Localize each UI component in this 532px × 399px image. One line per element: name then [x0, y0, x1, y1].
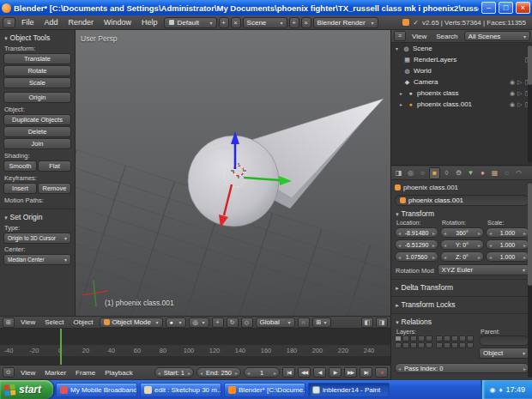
- delete-button[interactable]: Delete: [3, 126, 71, 137]
- render-opengl-anim-button[interactable]: ◨: [376, 317, 388, 328]
- manipulator-scale-icon[interactable]: ◇: [241, 317, 253, 328]
- outliner-filter-dropdown[interactable]: All Scenes: [464, 31, 530, 41]
- layer-cell[interactable]: [410, 342, 417, 348]
- layer-cell[interactable]: [444, 336, 450, 342]
- select-toggle-icon[interactable]: ▷: [517, 90, 522, 97]
- layer-cell[interactable]: [395, 336, 402, 342]
- scale-button[interactable]: Scale: [3, 77, 71, 88]
- menu-help[interactable]: Help: [137, 18, 162, 27]
- transform-locks-panel-header[interactable]: Transform Locks: [395, 299, 529, 310]
- layer-cell[interactable]: [402, 336, 409, 342]
- scene-selector[interactable]: Scene: [243, 17, 287, 28]
- join-button[interactable]: Join: [3, 138, 71, 149]
- outliner-item-renderlayers[interactable]: ▦ RenderLayers ◨: [391, 54, 532, 65]
- taskbar-item-blender[interactable]: Blender* [C:\Docume...: [224, 383, 305, 397]
- info-editor-icon[interactable]: ≡: [3, 17, 15, 28]
- layer-cell[interactable]: [418, 342, 425, 348]
- remove-scene-button[interactable]: ×: [301, 17, 311, 28]
- timeline-view-menu[interactable]: View: [17, 369, 39, 377]
- outliner-item-phoenix-class[interactable]: ▸ ● phoenix class ◉ ▷ ◨: [391, 88, 532, 99]
- parent-field[interactable]: [479, 336, 529, 346]
- add-layout-button[interactable]: +: [219, 17, 229, 28]
- current-frame-indicator[interactable]: [60, 329, 62, 365]
- timeline-ruler[interactable]: -40 -20 0 20 40 60 80 100 120 140 160 18…: [0, 329, 390, 365]
- pass-index-field[interactable]: Pass Index: 0: [395, 363, 529, 373]
- tab-particles[interactable]: ◌: [501, 167, 512, 179]
- location-z-field[interactable]: 1.07560: [395, 251, 438, 262]
- object-tools-panel-header[interactable]: Object Tools: [3, 33, 71, 43]
- layer-cell[interactable]: [444, 342, 450, 348]
- menu-render[interactable]: Render: [64, 18, 99, 27]
- properties-scrollbar[interactable]: [528, 182, 532, 378]
- start-button[interactable]: start: [0, 380, 53, 399]
- tab-object-data[interactable]: ▼: [465, 167, 476, 179]
- menu-file[interactable]: File: [17, 18, 39, 27]
- outliner-editor-icon[interactable]: ≡: [394, 31, 406, 41]
- tab-constraints[interactable]: ◊: [441, 167, 452, 179]
- select-toggle-icon[interactable]: ▷: [517, 101, 522, 108]
- duplicate-objects-button[interactable]: Duplicate Objects: [3, 114, 71, 125]
- timeline-marker-menu[interactable]: Marker: [41, 369, 70, 377]
- layer-cell[interactable]: [451, 336, 458, 342]
- record-button[interactable]: ●: [375, 367, 388, 378]
- layer-cell[interactable]: [410, 336, 417, 342]
- expander-icon[interactable]: ▾: [394, 45, 400, 51]
- tab-physics[interactable]: ◠: [513, 167, 524, 179]
- eye-toggle-icon[interactable]: ◉: [510, 90, 515, 97]
- remove-keyframe-button[interactable]: Remove: [38, 183, 71, 194]
- timeline-frame-menu[interactable]: Frame: [72, 369, 99, 377]
- view3d-editor-icon[interactable]: ⊞: [3, 317, 15, 328]
- next-keyframe-button[interactable]: ▶▶: [344, 367, 357, 378]
- timeline-editor-icon[interactable]: ⊙: [3, 367, 15, 378]
- object-menu[interactable]: Object: [70, 318, 96, 326]
- taskbar-item-sketchup[interactable]: edit : Sketchup 30 m...: [140, 383, 221, 397]
- tab-scene[interactable]: ◎: [405, 167, 416, 179]
- tab-world[interactable]: ○: [417, 167, 428, 179]
- layer-cell[interactable]: [459, 336, 466, 342]
- eye-toggle-icon[interactable]: ◉: [510, 79, 515, 86]
- object-name-field[interactable]: phoenix class.001: [395, 195, 529, 206]
- origin-button[interactable]: Origin: [3, 92, 71, 103]
- smooth-button[interactable]: Smooth: [3, 160, 37, 172]
- tab-material[interactable]: ●: [477, 167, 488, 179]
- tab-object[interactable]: ■: [429, 167, 440, 179]
- layer-cell[interactable]: [436, 336, 443, 342]
- mode-dropdown[interactable]: Object Mode: [100, 317, 163, 328]
- prev-keyframe-button[interactable]: ◀◀: [298, 367, 311, 378]
- scale-z-field[interactable]: 1.000: [486, 251, 529, 262]
- viewport-canvas[interactable]: [76, 30, 390, 316]
- set-origin-panel-header[interactable]: Set Origin: [3, 212, 71, 222]
- scale-x-field[interactable]: 1.000: [486, 227, 529, 238]
- tab-render[interactable]: ◨: [393, 167, 404, 179]
- orientation-dropdown[interactable]: Global: [256, 317, 295, 328]
- rotation-x-field[interactable]: 360°: [440, 227, 484, 238]
- maximize-button[interactable]: □: [499, 2, 513, 14]
- view-menu[interactable]: View: [17, 318, 39, 326]
- tray-status-icon[interactable]: ◉: [489, 386, 495, 394]
- outliner-view-menu[interactable]: View: [408, 33, 430, 40]
- origin-type-dropdown[interactable]: Origin to 3D Cursor: [3, 233, 71, 244]
- expander-icon[interactable]: ▸: [398, 90, 404, 96]
- snap-magnet-icon[interactable]: ∩: [298, 317, 310, 328]
- timeline-playback-menu[interactable]: Playback: [101, 369, 136, 377]
- layer-cell[interactable]: [426, 342, 432, 348]
- menu-add[interactable]: Add: [40, 18, 63, 27]
- rotation-z-field[interactable]: Z: 0°: [440, 251, 484, 262]
- current-frame-field[interactable]: 1: [244, 367, 280, 378]
- flat-button[interactable]: Flat: [38, 160, 71, 172]
- insert-keyframe-button[interactable]: Insert: [3, 183, 37, 194]
- select-menu[interactable]: Select: [41, 318, 67, 326]
- render-engine-selector[interactable]: Blender Render: [313, 17, 378, 28]
- tray-network-icon[interactable]: ♦: [499, 386, 502, 394]
- close-button[interactable]: ×: [516, 2, 530, 14]
- frame-start-field[interactable]: Start: 1: [154, 367, 194, 378]
- jump-to-start-button[interactable]: |◀: [282, 367, 295, 378]
- pivot-dropdown[interactable]: ◎: [189, 317, 209, 328]
- layer-cell[interactable]: [459, 342, 466, 348]
- manipulator-translate-icon[interactable]: +: [212, 317, 224, 328]
- outliner-item-world[interactable]: ◍ World: [391, 65, 532, 76]
- snap-element-dropdown[interactable]: ⊞: [312, 317, 331, 328]
- remove-layout-button[interactable]: ×: [231, 17, 241, 28]
- outliner-scrollbar[interactable]: [528, 45, 532, 163]
- menu-window[interactable]: Window: [100, 18, 136, 27]
